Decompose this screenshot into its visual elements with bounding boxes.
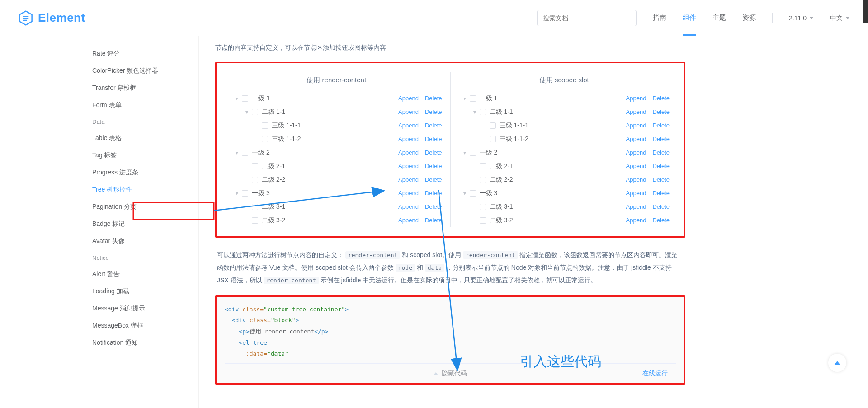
sidebar-item[interactable]: Progress 进度条 [92, 164, 198, 181]
version-dropdown[interactable]: 2.11.0 [789, 14, 814, 22]
sidebar-item[interactable]: Alert 警告 [92, 266, 198, 283]
tree-checkbox[interactable] [470, 150, 476, 156]
delete-button[interactable]: Delete [425, 217, 442, 224]
nav-theme[interactable]: 主题 [712, 11, 726, 25]
sidebar-item[interactable]: Tree 树形控件 [92, 181, 198, 198]
hide-code-button[interactable]: 隐藏代码 [442, 370, 467, 378]
delete-button[interactable]: Delete [652, 217, 670, 224]
tree-checkbox[interactable] [242, 150, 248, 156]
expand-toggle-icon[interactable]: ▾ [244, 109, 250, 115]
tree-node[interactable]: 二级 3-2AppendDelete [459, 214, 670, 227]
tree-checkbox[interactable] [252, 204, 258, 210]
tree-checkbox[interactable] [480, 163, 486, 169]
lang-dropdown[interactable]: 中文 [830, 14, 850, 22]
tree-node[interactable]: 二级 2-1AppendDelete [231, 159, 442, 173]
sidebar-item[interactable]: Transfer 穿梭框 [92, 80, 198, 97]
sidebar-item[interactable]: Table 表格 [92, 130, 198, 147]
tree-node[interactable]: 二级 2-2AppendDelete [459, 173, 670, 187]
delete-button[interactable]: Delete [652, 136, 670, 142]
delete-button[interactable]: Delete [652, 122, 670, 129]
tree-node[interactable]: 二级 3-2AppendDelete [231, 214, 442, 227]
tree-checkbox[interactable] [490, 122, 496, 129]
delete-button[interactable]: Delete [652, 203, 670, 210]
sidebar-item[interactable]: Form 表单 [92, 97, 198, 114]
tree-node[interactable]: 二级 3-1AppendDelete [231, 200, 442, 214]
sidebar-item[interactable]: Message 消息提示 [92, 300, 198, 317]
tree-node[interactable]: ▾二级 1-1AppendDelete [231, 105, 442, 119]
delete-button[interactable]: Delete [652, 108, 670, 115]
append-button[interactable]: Append [398, 136, 419, 142]
tree-checkbox[interactable] [480, 217, 486, 224]
scrollbar-thumb[interactable] [863, 0, 868, 23]
sidebar-item[interactable]: Rate 评分 [92, 45, 198, 62]
tree-checkbox[interactable] [252, 217, 258, 224]
delete-button[interactable]: Delete [652, 95, 670, 102]
expand-toggle-icon[interactable]: ▾ [462, 190, 468, 197]
tree-checkbox[interactable] [252, 163, 258, 169]
delete-button[interactable]: Delete [425, 108, 442, 115]
append-button[interactable]: Append [398, 108, 419, 115]
append-button[interactable]: Append [626, 122, 646, 129]
tree-checkbox[interactable] [262, 122, 268, 129]
sidebar-item[interactable]: ColorPicker 颜色选择器 [92, 62, 198, 80]
sidebar-item[interactable]: Badge 标记 [92, 216, 198, 233]
delete-button[interactable]: Delete [652, 176, 670, 183]
append-button[interactable]: Append [626, 136, 646, 142]
tree-node[interactable]: ▾一级 1AppendDelete [459, 92, 670, 105]
sidebar-item[interactable]: Tag 标签 [92, 147, 198, 164]
expand-toggle-icon[interactable]: ▾ [234, 150, 240, 156]
append-button[interactable]: Append [626, 95, 646, 102]
append-button[interactable]: Append [398, 203, 419, 210]
expand-toggle-icon[interactable]: ▾ [462, 150, 468, 156]
append-button[interactable]: Append [626, 190, 646, 197]
nav-component[interactable]: 组件 [683, 11, 696, 25]
append-button[interactable]: Append [398, 190, 419, 197]
delete-button[interactable]: Delete [425, 176, 442, 183]
tree-checkbox[interactable] [480, 204, 486, 210]
sidebar-item[interactable]: Pagination 分页 [92, 198, 198, 216]
tree-node[interactable]: 三级 1-1-1AppendDelete [231, 119, 442, 132]
nav-guide[interactable]: 指南 [653, 11, 666, 25]
append-button[interactable]: Append [398, 95, 419, 102]
delete-button[interactable]: Delete [425, 163, 442, 169]
append-button[interactable]: Append [626, 203, 646, 210]
append-button[interactable]: Append [398, 149, 419, 156]
append-button[interactable]: Append [398, 163, 419, 169]
tree-node[interactable]: ▾一级 2AppendDelete [459, 146, 670, 159]
sidebar-item[interactable]: Loading 加载 [92, 283, 198, 300]
expand-toggle-icon[interactable]: ▾ [234, 95, 240, 102]
append-button[interactable]: Append [626, 149, 646, 156]
append-button[interactable]: Append [626, 217, 646, 224]
tree-checkbox[interactable] [480, 109, 486, 115]
delete-button[interactable]: Delete [652, 163, 670, 169]
tree-node[interactable]: ▾二级 1-1AppendDelete [459, 105, 670, 119]
sidebar-item[interactable]: Notification 通知 [92, 334, 198, 352]
delete-button[interactable]: Delete [425, 149, 442, 156]
tree-checkbox[interactable] [480, 177, 486, 183]
tree-node[interactable]: ▾一级 2AppendDelete [231, 146, 442, 159]
delete-button[interactable]: Delete [425, 190, 442, 197]
tree-node[interactable]: 三级 1-1-2AppendDelete [231, 132, 442, 146]
tree-checkbox[interactable] [252, 109, 258, 115]
append-button[interactable]: Append [398, 176, 419, 183]
tree-checkbox[interactable] [262, 136, 268, 142]
expand-toggle-icon[interactable]: ▾ [472, 109, 478, 115]
delete-button[interactable]: Delete [425, 203, 442, 210]
append-button[interactable]: Append [626, 163, 646, 169]
tree-checkbox[interactable] [490, 136, 496, 142]
tree-checkbox[interactable] [242, 95, 248, 102]
search-input[interactable] [537, 10, 637, 26]
tree-node[interactable]: 二级 2-2AppendDelete [231, 173, 442, 187]
tree-node[interactable]: 二级 3-1AppendDelete [459, 200, 670, 214]
tree-checkbox[interactable] [252, 177, 258, 183]
tree-node[interactable]: 二级 2-1AppendDelete [459, 159, 670, 173]
delete-button[interactable]: Delete [652, 149, 670, 156]
append-button[interactable]: Append [626, 108, 646, 115]
tree-checkbox[interactable] [470, 95, 476, 102]
expand-toggle-icon[interactable]: ▾ [462, 95, 468, 102]
delete-button[interactable]: Delete [425, 95, 442, 102]
sidebar-item[interactable]: MessageBox 弹框 [92, 317, 198, 334]
nav-resource[interactable]: 资源 [742, 11, 756, 25]
sidebar-item[interactable]: Avatar 头像 [92, 233, 198, 250]
tree-checkbox[interactable] [242, 190, 248, 197]
